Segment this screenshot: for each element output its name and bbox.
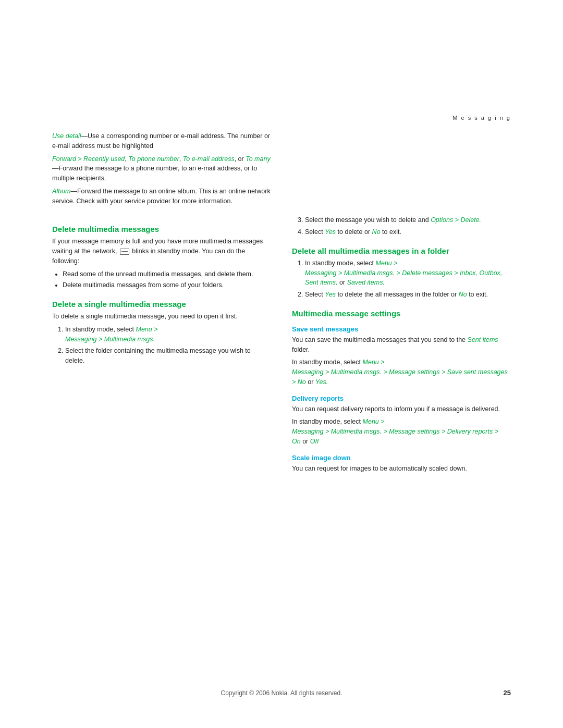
page-header: M e s s a g i n g — [0, 0, 563, 126]
forward-phone: To phone number — [128, 155, 179, 163]
delete-single-continued: Select the message you wish to delete an… — [305, 215, 511, 237]
use-detail-label: Use detail — [52, 132, 81, 140]
save-sent-instruct-text: In standby mode, select — [292, 359, 361, 366]
delete-all-step2: Select Yes to delete the all messages in… — [305, 290, 511, 300]
delete-single-step1: In standby mode, select Menu > Messaging… — [65, 325, 271, 344]
album-label: Album — [52, 188, 70, 195]
delivery-link: Messaging > Multimedia msgs. > Message s… — [292, 428, 498, 435]
forward-comma2: , — [179, 155, 183, 163]
scale-body: You can request for images to be automat… — [292, 464, 511, 474]
use-detail-paragraph: Use detail—Use a corresponding number or… — [52, 131, 271, 151]
step4-no: No — [372, 228, 381, 236]
save-sent-body-text: You can save the multimedia messages tha… — [292, 336, 466, 343]
intro-right — [292, 131, 511, 210]
delivery-off: Off — [310, 438, 319, 445]
step4-end: to exit. — [382, 228, 401, 236]
delivery-menu: Menu > — [363, 418, 385, 425]
delete-mms-body: If your message memory is full and you h… — [52, 237, 271, 266]
main-content: Delete multimedia messages If your messa… — [0, 210, 563, 476]
step3-link: Options > Delete. — [431, 216, 481, 224]
intro-left: Use detail—Use a corresponding number or… — [52, 131, 271, 210]
delete-mms-bullet1: Read some of the unread multimedia messa… — [63, 269, 271, 279]
delivery-body: You can request delivery reports to info… — [292, 404, 511, 414]
save-sent-instruction: In standby mode, select Menu > Messaging… — [292, 357, 511, 387]
delete-all-or: or — [339, 279, 345, 286]
delete-all-link: Messaging > Multimedia msgs. > Delete me… — [305, 269, 502, 287]
copyright-text: Copyright © 2006 Nokia. All rights reser… — [221, 689, 342, 697]
forward-or: , or — [235, 155, 246, 163]
save-sent-menu: Menu > — [363, 359, 385, 366]
page: M e s s a g i n g Use detail—Use a corre… — [0, 0, 563, 728]
delivery-instruction: In standby mode, select Menu > Messaging… — [292, 417, 511, 446]
save-sent-body2: folder. — [292, 346, 310, 353]
step4-select: Select — [305, 228, 323, 236]
save-sent-heading: Save sent messages — [292, 325, 511, 333]
page-number: 25 — [504, 689, 511, 697]
mms-settings-heading: Multimedia message settings — [292, 309, 511, 318]
save-sent-link: Sent items — [468, 336, 498, 343]
forward-label: Forward > Recently used — [52, 155, 125, 163]
forward-text: —Forward the message to a phone number, … — [52, 165, 257, 182]
step4-yes: Yes — [325, 228, 336, 236]
delete-single-step2: Select the folder containing the multime… — [65, 346, 271, 366]
delete-single-heading: Delete a single multimedia message — [52, 300, 271, 309]
album-text: —Forward the message to an online album.… — [52, 188, 271, 205]
delivery-heading: Delivery reports — [292, 394, 511, 402]
forward-email: To e-mail address — [183, 155, 235, 163]
inbox-icon — [120, 249, 129, 255]
delete-single-steps: In standby mode, select Menu > Messaging… — [65, 325, 271, 366]
step4-text: to delete or — [338, 228, 371, 236]
right-step4: Select Yes to delete or No to exit. — [305, 227, 511, 237]
step3-text: Select the message you wish to delete an… — [305, 216, 429, 224]
delete-all-step1: In standby mode, select Menu > Messaging… — [305, 258, 511, 288]
delete-all-menu: Menu > — [376, 260, 398, 267]
album-paragraph: Album—Forward the message to an online a… — [52, 187, 271, 206]
delete-all-saved: Saved items. — [347, 279, 385, 286]
delete-single-body: To delete a single multimedia message, y… — [52, 312, 271, 322]
step1-link: Messaging > Multimedia msgs. — [65, 336, 155, 343]
section-title: M e s s a g i n g — [452, 115, 511, 121]
delete-all-text: to delete the all messages in the folder… — [338, 291, 457, 298]
intro-section: Use detail—Use a corresponding number or… — [0, 126, 563, 210]
delete-mms-heading: Delete multimedia messages — [52, 225, 271, 233]
right-step3: Select the message you wish to delete an… — [305, 215, 511, 225]
delete-all-heading: Delete all multimedia messages in a fold… — [292, 246, 511, 255]
save-sent-body: You can save the multimedia messages tha… — [292, 335, 511, 355]
delivery-instruct-text: In standby mode, select — [292, 418, 361, 425]
delete-all-steps: In standby mode, select Menu > Messaging… — [305, 258, 511, 300]
delete-all-yes: Yes — [325, 291, 336, 298]
save-sent-or: or — [308, 378, 313, 386]
delete-all-instruct: In standby mode, select — [305, 260, 374, 267]
footer: Copyright © 2006 Nokia. All rights reser… — [0, 689, 563, 697]
use-detail-text: —Use a corresponding number or e-mail ad… — [52, 132, 270, 150]
left-column: Delete multimedia messages If your messa… — [52, 215, 271, 476]
scale-heading: Scale image down — [292, 454, 511, 462]
delivery-on: On — [292, 438, 301, 445]
right-column: Select the message you wish to delete an… — [292, 215, 511, 476]
delete-mms-bullet2: Delete multimedia messages from some of … — [63, 280, 271, 290]
delete-all-end: to exit. — [469, 291, 488, 298]
delete-all-no: No — [459, 291, 467, 298]
save-sent-yes: Yes. — [315, 378, 328, 386]
delete-all-select: Select — [305, 291, 323, 298]
step1-menu: Menu > — [136, 326, 158, 333]
delivery-or: or — [302, 438, 308, 445]
forward-many: To many — [246, 155, 270, 163]
delete-mms-list: Read some of the unread multimedia messa… — [63, 269, 271, 291]
forward-paragraph: Forward > Recently used, To phone number… — [52, 154, 271, 183]
